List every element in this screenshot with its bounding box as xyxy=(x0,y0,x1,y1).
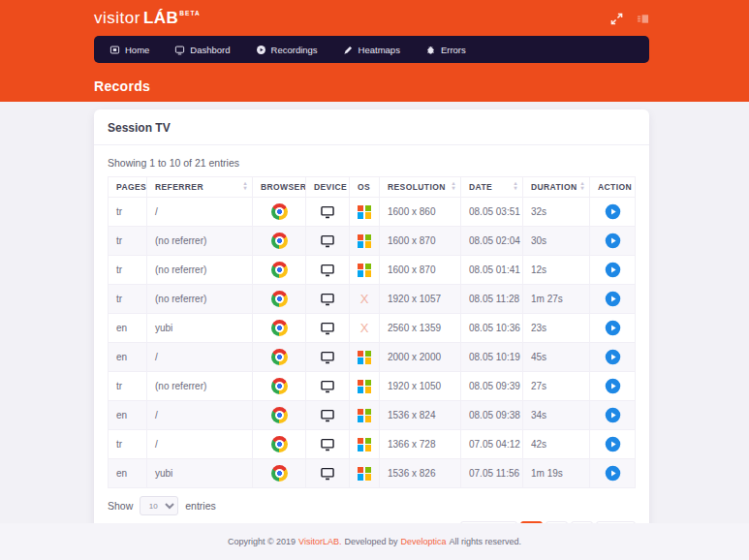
chrome-icon xyxy=(271,436,288,452)
cell-resolution: 1920 x 1050 xyxy=(380,372,461,401)
cell-action xyxy=(590,314,636,343)
cell-date: 08.05 10:36 xyxy=(461,314,523,343)
sort-icon: ▴▾ xyxy=(581,181,584,191)
play-session-button[interactable] xyxy=(605,203,621,220)
column-header-action[interactable]: ACTION xyxy=(590,177,636,198)
cell-referrer: / xyxy=(147,401,253,430)
table-row: enyubi1536 x 82607.05 11:561m 19s xyxy=(109,459,636,488)
entries-label: entries xyxy=(185,500,216,512)
cell-duration: 45s xyxy=(523,343,590,372)
main-nav: Home Dashbord Recordings Heatmaps Errors xyxy=(94,36,649,63)
play-session-button[interactable] xyxy=(605,262,621,278)
play-session-button[interactable] xyxy=(605,378,621,394)
column-header-date[interactable]: DATE▴▾ xyxy=(461,177,523,198)
recordings-icon xyxy=(256,45,266,55)
cell-device xyxy=(306,459,350,488)
column-header-os[interactable]: OS xyxy=(350,177,380,198)
windows-icon xyxy=(358,467,371,481)
cell-os xyxy=(350,343,380,372)
cell-browser xyxy=(253,372,306,401)
show-label: Show xyxy=(108,500,133,512)
card-title: Session TV xyxy=(108,121,171,135)
table-row: tr/1600 x 86008.05 03:5132s xyxy=(109,198,636,227)
windows-icon xyxy=(358,264,371,277)
nav-label: Heatmaps xyxy=(359,45,400,55)
cell-referrer: / xyxy=(147,343,253,372)
chrome-icon xyxy=(271,407,288,423)
chrome-icon xyxy=(271,233,288,249)
table-body: tr/1600 x 86008.05 03:5132str(no referre… xyxy=(109,198,636,488)
chrome-icon xyxy=(271,349,288,365)
sidebar-toggle-icon[interactable] xyxy=(637,13,649,25)
cell-browser xyxy=(253,314,306,343)
desktop-icon xyxy=(320,205,335,219)
nav-item-home[interactable]: Home xyxy=(109,45,149,55)
cell-referrer: yubi xyxy=(147,314,253,343)
cell-referrer: / xyxy=(147,430,253,459)
beta-badge: BETA xyxy=(179,10,200,16)
play-session-button[interactable] xyxy=(605,436,621,452)
cell-referrer: (no referrer) xyxy=(147,285,253,314)
cell-device xyxy=(306,401,350,430)
cell-action xyxy=(590,430,636,459)
desktop-icon xyxy=(320,438,335,451)
cell-pages: en xyxy=(109,401,147,430)
cell-date: 08.05 11:28 xyxy=(461,285,523,314)
cell-date: 08.05 03:51 xyxy=(461,198,523,227)
column-header-browser[interactable]: BROWSER xyxy=(253,177,306,198)
footer-brand-link[interactable]: VisitorLAB. xyxy=(298,537,341,546)
cell-resolution: 2560 x 1359 xyxy=(380,314,461,343)
column-header-device[interactable]: DEVICE xyxy=(306,177,350,198)
cell-os xyxy=(350,227,380,256)
play-session-button[interactable] xyxy=(605,233,621,249)
cell-duration: 1m 19s xyxy=(523,459,590,488)
cell-resolution: 1536 x 824 xyxy=(380,401,461,430)
cell-date: 08.05 09:38 xyxy=(461,401,523,430)
nav-item-heatmaps[interactable]: Heatmaps xyxy=(343,45,400,55)
cell-device xyxy=(306,198,350,227)
column-header-resolution[interactable]: RESOLUTION▴▾ xyxy=(380,177,461,198)
column-header-pages[interactable]: PAGES xyxy=(109,177,147,198)
expand-icon[interactable] xyxy=(610,13,623,25)
logo[interactable]: visitor LÁB BETA xyxy=(94,9,201,28)
cell-os xyxy=(350,401,380,430)
cell-pages: en xyxy=(109,343,147,372)
cell-referrer: yubi xyxy=(147,459,253,488)
windows-icon xyxy=(358,205,371,219)
desktop-icon xyxy=(320,234,335,248)
windows-icon xyxy=(358,351,371,364)
cell-action xyxy=(590,401,636,430)
cell-browser xyxy=(253,285,306,314)
play-session-button[interactable] xyxy=(605,465,621,482)
entries-per-page-select[interactable]: 10 xyxy=(140,496,178,515)
column-header-referrer[interactable]: REFERRER▴▾ xyxy=(147,177,253,198)
cell-referrer: (no referrer) xyxy=(147,227,253,256)
copyright-text: Copyright © 2019 xyxy=(228,537,296,546)
cell-pages: en xyxy=(109,314,147,343)
cell-referrer: (no referrer) xyxy=(147,256,253,285)
cell-pages: tr xyxy=(109,198,147,227)
footer-suffix-text: All rights reserved. xyxy=(450,537,522,546)
play-session-button[interactable] xyxy=(605,291,621,307)
cell-os xyxy=(350,256,380,285)
footer-developer-link[interactable]: Developtica xyxy=(401,537,447,546)
table-row: en/1536 x 82408.05 09:3834s xyxy=(109,401,636,430)
table-row: tr(no referrer)1600 x 87008.05 01:4112s xyxy=(109,256,636,285)
nav-label: Recordings xyxy=(271,45,318,55)
nav-item-recordings[interactable]: Recordings xyxy=(256,45,318,55)
cell-browser xyxy=(253,430,306,459)
play-session-button[interactable] xyxy=(605,320,621,336)
nav-item-dashboard[interactable]: Dashbord xyxy=(174,45,230,55)
session-tv-card: Session TV Showing 1 to 10 of 21 entries… xyxy=(94,109,649,554)
column-header-duration[interactable]: DURATION▴▾ xyxy=(523,177,590,198)
cell-pages: tr xyxy=(109,285,147,314)
play-session-button[interactable] xyxy=(605,407,621,423)
nav-item-errors[interactable]: Errors xyxy=(425,45,466,55)
cell-action xyxy=(590,343,636,372)
cell-duration: 42s xyxy=(523,430,590,459)
play-session-button[interactable] xyxy=(605,349,621,365)
cell-browser xyxy=(253,343,306,372)
table-row: tr(no referrer)1920 x 105008.05 09:3927s xyxy=(109,372,636,401)
cell-pages: tr xyxy=(109,227,147,256)
table-row: en/2000 x 200008.05 10:1945s xyxy=(109,343,636,372)
